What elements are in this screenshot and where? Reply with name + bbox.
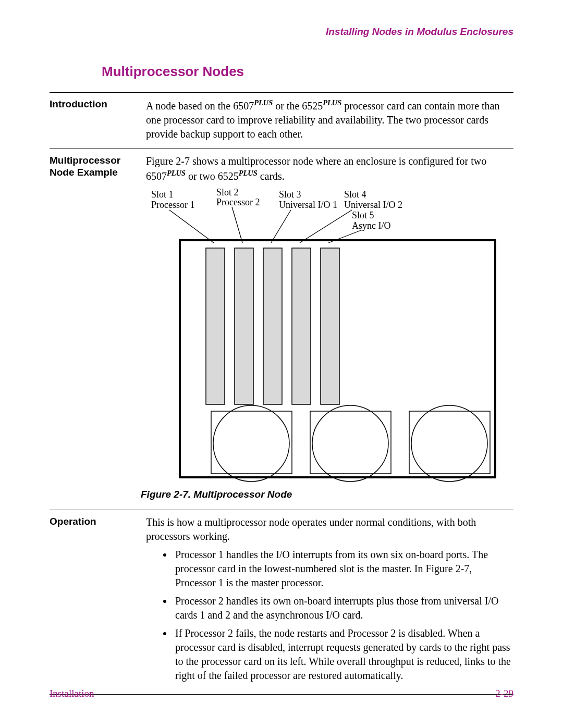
operation-intro: This is how a multiprocessor node operat…: [146, 515, 513, 544]
intro-body: A node based on the 6507PLUS or the 6525…: [146, 98, 513, 141]
slot3-line1: Slot 3: [279, 189, 301, 200]
footer-right: 2-29: [495, 688, 513, 699]
slot1-line2: Processor 1: [151, 200, 195, 210]
svg-point-14: [312, 405, 388, 482]
intro-text-b: or the 6525: [273, 100, 323, 112]
plus-sup: PLUS: [323, 98, 341, 107]
svg-rect-11: [211, 411, 292, 474]
fan-assembly-3: [409, 405, 490, 482]
slot1-line1: Slot 1: [151, 189, 174, 200]
svg-rect-13: [310, 411, 391, 474]
svg-point-16: [411, 405, 487, 482]
plus-sup: PLUS: [239, 169, 258, 177]
page: Installing Nodes in Modulus Enclosures M…: [0, 0, 563, 726]
svg-line-1: [232, 207, 242, 243]
page-footer: Installation 2-29: [50, 688, 513, 699]
svg-point-12: [213, 405, 289, 482]
example-label: Multiprocessor Node Example: [50, 154, 146, 183]
section-title: Multiprocessor Nodes: [102, 64, 513, 80]
slot5-line1: Slot 5: [352, 210, 374, 220]
operation-body: This is how a multiprocessor node operat…: [146, 515, 513, 687]
example-body: Figure 2-7 shows a multiprocessor node w…: [146, 154, 513, 183]
operation-bullet-2: Processor 2 handles its own on-board int…: [173, 594, 513, 622]
footer-left: Installation: [50, 688, 94, 699]
slot2-line1: Slot 2: [216, 188, 239, 198]
slot4-line1: Slot 4: [344, 189, 366, 200]
operation-bullet-3: If Processor 2 fails, the node restarts …: [173, 626, 513, 683]
operation-bullets: Processor 1 handles the I/O interrupts f…: [146, 548, 513, 683]
svg-rect-10: [321, 248, 339, 404]
running-header: Installing Nodes in Modulus Enclosures: [50, 26, 513, 38]
figure-caption: Figure 2-7. Multiprocessor Node: [141, 489, 513, 500]
fan-assembly-2: [310, 405, 391, 482]
intro-block: Introduction A node based on the 6507PLU…: [50, 98, 513, 141]
slot2-line2: Processor 2: [216, 197, 260, 207]
example-block: Multiprocessor Node Example Figure 2-7 s…: [50, 154, 513, 183]
operation-bullet-1: Processor 1 handles the I/O interrupts f…: [173, 548, 513, 590]
slot3-line2: Universal I/O 1: [279, 200, 337, 210]
svg-rect-15: [409, 411, 490, 474]
enclosure-diagram: Slot 1 Processor 1 Slot 2 Processor 2 Sl…: [141, 188, 506, 483]
svg-rect-9: [292, 248, 311, 404]
example-text-b: or two 6525: [186, 170, 239, 181]
intro-text-a: A node based on the 6507: [146, 100, 254, 112]
divider: [50, 92, 513, 93]
svg-line-2: [271, 210, 291, 243]
intro-label: Introduction: [50, 98, 146, 141]
svg-rect-6: [206, 248, 225, 404]
example-text-c: cards.: [258, 170, 285, 181]
svg-line-0: [169, 210, 214, 243]
svg-rect-7: [235, 248, 253, 404]
figure-wrap: Slot 1 Processor 1 Slot 2 Processor 2 Sl…: [141, 188, 513, 500]
plus-sup: PLUS: [167, 169, 186, 177]
svg-rect-8: [263, 248, 282, 404]
plus-sup: PLUS: [254, 98, 273, 107]
operation-label: Operation: [50, 515, 146, 687]
svg-line-3: [300, 210, 352, 243]
slot5-line2: Async I/O: [352, 220, 391, 231]
divider: [50, 149, 513, 149]
fan-assembly-1: [211, 405, 292, 482]
slot4-line2: Universal I/O 2: [344, 200, 402, 210]
divider: [50, 510, 513, 510]
operation-block: Operation This is how a multiprocessor n…: [50, 515, 513, 687]
